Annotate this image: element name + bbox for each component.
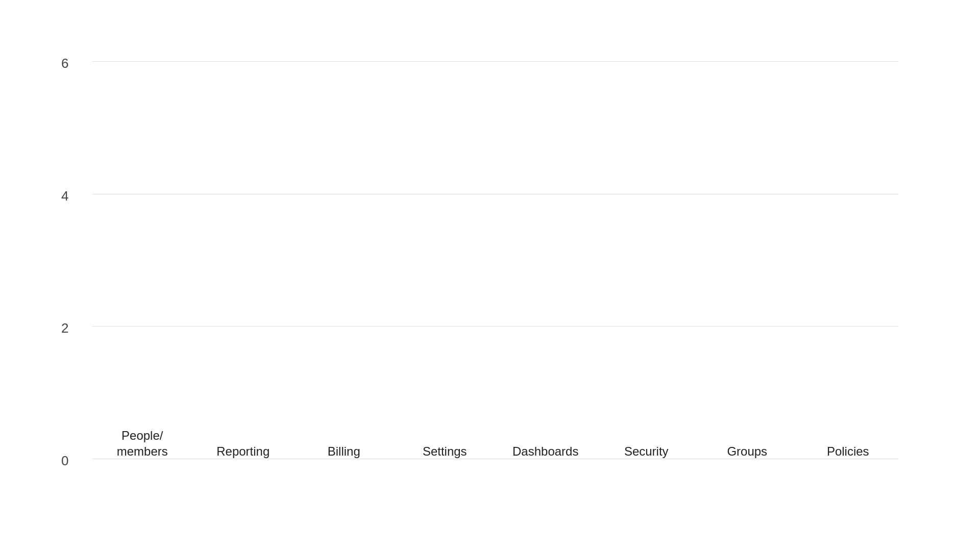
bar-group-0: People/members: [92, 415, 193, 459]
bar-group-6: Groups: [697, 431, 798, 459]
bar-label-1: Reporting: [216, 443, 270, 459]
y-axis-label-2: 2: [61, 320, 68, 336]
bar-group-1: Reporting: [193, 431, 294, 459]
bar-label-5: Security: [624, 443, 669, 459]
y-axis-label-0: 0: [61, 453, 68, 469]
bar-group-4: Dashboards: [495, 431, 596, 459]
bar-label-4: Dashboards: [512, 443, 578, 459]
bar-group-3: Settings: [395, 431, 496, 459]
bars-wrapper: People/membersReportingBillingSettingsDa…: [92, 61, 898, 459]
bar-label-2: Billing: [328, 443, 360, 459]
bar-group-2: Billing: [293, 431, 395, 459]
bar-label-0: People/members: [117, 428, 168, 459]
chart-container: 6420 People/membersReportingBillingSetti…: [41, 31, 939, 520]
bar-group-7: Policies: [798, 431, 899, 459]
y-axis-label-6: 6: [61, 56, 68, 71]
bar-group-5: Security: [596, 431, 697, 459]
bar-label-7: Policies: [827, 443, 869, 459]
y-axis-label-4: 4: [61, 188, 68, 204]
bar-label-6: Groups: [727, 443, 767, 459]
chart-area: 6420 People/membersReportingBillingSetti…: [92, 61, 898, 459]
bar-label-3: Settings: [423, 443, 467, 459]
